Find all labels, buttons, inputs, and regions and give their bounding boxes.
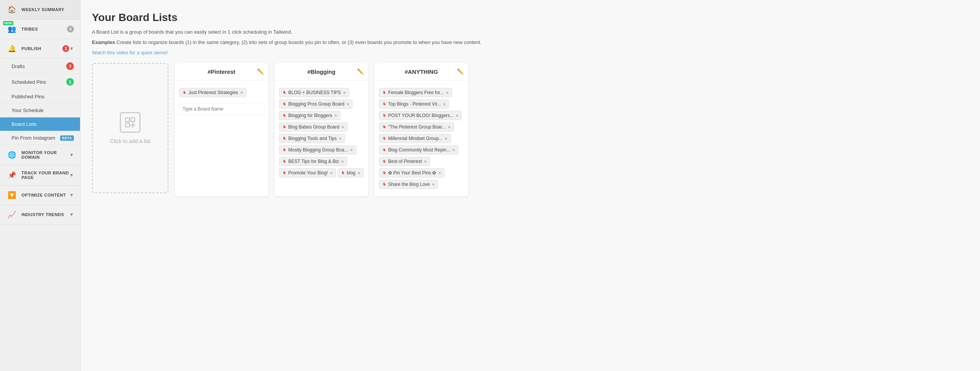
sidebar-item-your-schedule[interactable]: Your Schedule [0,104,80,117]
board-tag: ♞BLOG + BUSINESS TIPS× [279,88,349,97]
sidebar-label-weekly-summary: WEEKLY SUMMARY [21,7,74,12]
tag-board-icon: ♞ [283,90,286,95]
sidebar-item-scheduled-pins[interactable]: Scheduled Pins 1 [0,74,80,90]
add-list-label: Click to add a list [110,138,150,144]
board-list-card-blogging: #Blogging ✏️ ♞BLOG + BUSINESS TIPS×♞Blog… [274,63,368,196]
tag-label: blog [347,170,356,176]
description-line1: A Board List is a group of boards that y… [92,28,969,36]
board-tag: ♞POST YOUR BLOG! Bloggers...× [379,111,462,120]
svg-rect-1 [131,118,135,122]
sidebar-item-publish[interactable]: 🔔 PUBLISH 3 ▼ [0,39,80,59]
tag-board-icon: ♞ [183,90,186,95]
monitor-chevron-icon: ▼ [69,152,74,158]
tag-board-icon: ♞ [382,182,386,187]
watch-video-link[interactable]: Watch this video for a quick demo! [92,50,168,55]
tag-label: Best of Pinterest [388,159,422,164]
board-tag: ♞BEST Tips for Blog & Biz× [279,157,347,166]
sidebar-item-board-lists[interactable]: Board Lists [0,117,80,131]
svg-rect-0 [126,118,129,122]
remove-tag-button[interactable]: × [452,148,455,152]
description-line2: Examples Create lists to organize boards… [92,39,969,47]
sidebar-item-optimize-content[interactable]: 🔽 OPTIMIZE CONTENT ▼ [0,186,80,205]
sidebar-item-drafts[interactable]: Drafts 3 [0,59,80,74]
track-chevron-icon: ▼ [69,172,74,178]
sidebar-item-tribes[interactable]: NEW! 👥 TRIBES 0 [0,20,80,39]
board-list-header-blogging: #Blogging ✏️ [274,63,368,81]
sidebar-label-tribes: TRIBES [21,27,65,31]
remove-tag-button[interactable]: × [456,113,458,118]
edit-icon-blogging[interactable]: ✏️ [357,68,364,75]
sidebar-item-weekly-summary[interactable]: 🏠 WEEKLY SUMMARY [0,0,80,20]
remove-tag-button[interactable]: × [424,159,426,164]
track-icon: 📌 [6,171,18,179]
add-list-card[interactable]: Click to add a list [92,63,168,193]
tag-label: Blog Babes Group Board [288,124,339,130]
board-tag: ♞Share the Blog Love× [379,180,438,189]
sidebar-label-trends: INDUSTRY TRENDS [21,212,69,217]
board-list-header-pinterest: #Pinterest ✏️ [175,63,268,81]
tribes-icon: 👥 [6,25,18,33]
board-tag: ♞Millennial Mindset Group...× [379,134,451,143]
remove-tag-button[interactable]: × [432,182,434,187]
edit-icon-anything[interactable]: ✏️ [457,68,464,75]
remove-tag-button[interactable]: × [330,171,332,175]
remove-tag-button[interactable]: × [339,136,341,141]
publish-chevron-icon: ▼ [69,46,74,51]
edit-icon-pinterest[interactable]: ✏️ [257,68,264,75]
remove-tag-button[interactable]: × [358,171,360,175]
board-tag: ♞Blog Community Most Repin...× [379,145,459,155]
remove-tag-button[interactable]: × [443,102,446,106]
type-board-input-pinterest[interactable] [178,103,265,115]
tag-label: BLOG + BUSINESS TIPS [288,90,341,95]
tag-label: Blog Community Most Repin... [388,147,450,153]
page-title: Your Board Lists [92,11,969,24]
sidebar-item-monitor-domain[interactable]: 🌐 MONITOR YOUR DOMAIN ▼ [0,145,80,165]
remove-tag-button[interactable]: × [448,125,450,129]
tag-board-icon: ♞ [283,170,286,175]
sidebar-item-track-brand[interactable]: 📌 TRACK YOUR BRAND PAGE ▼ [0,165,80,186]
tag-label: Just Pinterest Strategies [188,90,238,95]
sidebar-item-industry-trends[interactable]: 📈 INDUSTRY TRENDS ▼ [0,205,80,225]
tag-label: Blogging Tools and Tips [288,136,337,141]
remove-tag-button[interactable]: × [438,171,441,175]
remove-tag-button[interactable]: × [335,113,337,118]
board-tag: ♞✿ Pin Your Best Pins ✿× [379,168,444,177]
published-pins-label: Published Pins [11,94,74,99]
tag-board-icon: ♞ [283,147,286,152]
add-list-icon [120,112,140,133]
tag-board-icon: ♞ [382,170,386,175]
board-list-body-anything: ♞Female Bloggers Free for...×♞Top Blogs … [374,81,468,196]
remove-tag-button[interactable]: × [446,90,448,95]
your-schedule-label: Your Schedule [11,107,74,113]
remove-tag-button[interactable]: × [347,102,349,106]
tag-label: Blogging Pros Group Board [288,101,345,107]
home-icon: 🏠 [6,5,18,14]
sidebar-item-published-pins[interactable]: Published Pins [0,90,80,104]
board-tag: ♞ Just Pinterest Strategies × [179,88,247,97]
remove-tag-button[interactable]: × [240,90,243,95]
remove-tag-button[interactable]: × [445,136,447,141]
tag-board-icon: ♞ [283,101,286,106]
tag-label: Top Blogs - Pinterest Vir... [388,101,441,107]
tag-label: Blogging for Bloggers [288,113,332,118]
remove-tag-button[interactable]: × [343,90,346,95]
sidebar-label-publish: PUBLISH [21,46,61,51]
board-list-header-anything: #ANYTHING ✏️ [374,63,468,81]
optimize-icon: 🔽 [6,191,18,199]
scheduled-pins-label: Scheduled Pins [11,79,66,85]
sidebar: 🏠 WEEKLY SUMMARY NEW! 👥 TRIBES 0 🔔 PUBLI… [0,0,80,371]
tag-board-icon: ♞ [382,147,386,152]
board-tag: ♞Promote Your Blog!× [279,168,336,177]
tag-label: BEST Tips for Blog & Biz [288,159,339,164]
monitor-icon: 🌐 [6,151,18,159]
tag-label: Mostly Blogging Group Boa... [288,147,348,153]
sidebar-item-pin-from-instagram[interactable]: Pin From Instagram BETA [0,131,80,145]
board-tag: ♞Top Blogs - Pinterest Vir...× [379,99,449,109]
remove-tag-button[interactable]: × [341,125,344,129]
remove-tag-button[interactable]: × [350,148,353,152]
remove-tag-button[interactable]: × [341,159,344,164]
tags-wrap-pinterest: ♞ Just Pinterest Strategies × [178,85,265,101]
tag-label: "The Pinterest Group Boar... [388,124,446,130]
scheduled-pins-badge: 1 [66,78,74,86]
drafts-label: Drafts [11,63,66,69]
